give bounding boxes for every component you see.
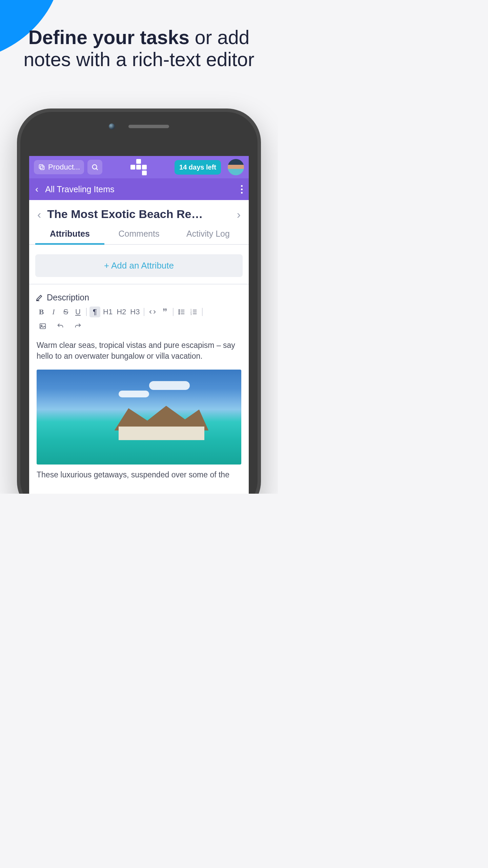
cloud-shape (119, 391, 149, 397)
project-label: Product... (48, 163, 80, 172)
prev-item-button[interactable]: ‹ (35, 209, 43, 220)
search-icon (91, 163, 99, 171)
add-attribute-button[interactable]: + Add an Attribute (35, 254, 243, 277)
phone-speaker (128, 125, 169, 128)
trial-badge[interactable]: 14 days left (175, 160, 221, 175)
code-button[interactable] (147, 307, 158, 317)
phone-notch (109, 123, 169, 130)
code-icon (149, 308, 156, 316)
next-item-button[interactable]: › (235, 209, 243, 220)
image-icon (39, 322, 46, 330)
italic-button[interactable]: I (48, 307, 59, 317)
villa-body-shape (119, 427, 205, 440)
svg-point-6 (179, 312, 180, 313)
logo-mark (130, 159, 147, 175)
bullet-list-button[interactable] (176, 307, 187, 317)
svg-text:3: 3 (190, 313, 192, 315)
svg-point-7 (179, 313, 180, 314)
description-label: Description (47, 293, 89, 302)
h3-button[interactable]: H3 (129, 307, 141, 317)
undo-button[interactable] (55, 321, 66, 332)
description-label-row: Description (29, 284, 249, 307)
toolbar-separator (86, 308, 87, 316)
edit-icon (35, 294, 43, 302)
svg-rect-1 (39, 165, 43, 169)
strikethrough-button[interactable]: S (60, 307, 71, 317)
underline-button[interactable]: U (73, 307, 83, 317)
editor-toolbar: B I S U ¶ H1 H2 H3 ” 123 (29, 307, 249, 321)
cloud-shape (149, 381, 190, 390)
ordered-list-button[interactable]: 123 (188, 307, 199, 317)
ordered-list-icon: 123 (190, 308, 198, 316)
phone-inner: Product... 14 days left ‹ All Traveling … (20, 112, 258, 494)
tab-bar: Attributes Comments Activity Log (29, 225, 249, 245)
paragraph-button[interactable]: ¶ (89, 307, 100, 317)
phone-frame: Product... 14 days left ‹ All Traveling … (17, 108, 261, 494)
h2-button[interactable]: H2 (115, 307, 127, 317)
tab-attributes[interactable]: Attributes (35, 225, 104, 244)
bold-button[interactable]: B (36, 307, 47, 317)
editor-toolbar-row2 (29, 321, 249, 335)
svg-line-3 (96, 169, 98, 170)
back-button[interactable]: ‹ (35, 184, 38, 194)
redo-icon (74, 322, 82, 330)
svg-point-2 (93, 165, 97, 169)
redo-button[interactable] (73, 321, 83, 332)
undo-icon (57, 322, 64, 330)
svg-rect-0 (40, 166, 44, 170)
quote-button[interactable]: ” (159, 307, 170, 317)
marketing-headline: Define your tasks or add notes with a ri… (0, 26, 278, 71)
toolbar-separator (144, 308, 144, 316)
avatar[interactable] (228, 159, 244, 175)
item-title: The Most Exotic Beach Re… (47, 208, 230, 221)
top-bar: Product... 14 days left (29, 156, 249, 178)
app-logo (106, 159, 171, 175)
image-button[interactable] (37, 321, 48, 332)
bullet-list-icon (178, 308, 185, 316)
item-title-row: ‹ The Most Exotic Beach Re… › (29, 200, 249, 225)
sub-bar: ‹ All Traveling Items (29, 178, 249, 200)
tab-comments[interactable]: Comments (104, 225, 174, 244)
h1-button[interactable]: H1 (102, 307, 114, 317)
description-body-1[interactable]: Warm clear seas, tropical vistas and pur… (29, 335, 249, 366)
headline-bold: Define your tasks (28, 26, 189, 48)
app-screen: Product... 14 days left ‹ All Traveling … (29, 156, 249, 494)
tab-activity[interactable]: Activity Log (174, 225, 243, 244)
toolbar-separator (173, 308, 174, 316)
project-selector[interactable]: Product... (34, 160, 84, 174)
more-menu-button[interactable] (241, 185, 243, 194)
toolbar-separator (202, 308, 203, 316)
description-body-2[interactable]: These luxurious getaways, suspended over… (29, 465, 249, 484)
phone-camera (109, 123, 115, 130)
collection-title[interactable]: All Traveling Items (45, 184, 114, 194)
svg-point-5 (179, 310, 180, 311)
description-image[interactable] (37, 370, 241, 465)
search-button[interactable] (87, 160, 102, 175)
copy-icon (38, 163, 45, 171)
